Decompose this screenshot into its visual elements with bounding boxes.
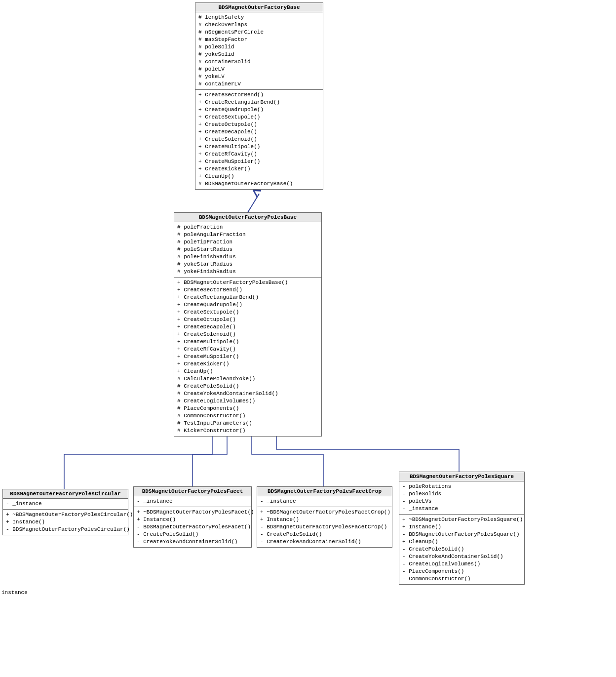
factory-base-box: BDSMagnetOuterFactoryBase # lengthSafety…: [195, 2, 323, 190]
diagram-container: BDSMagnetOuterFactoryBase # lengthSafety…: [0, 0, 616, 677]
square-fields: - poleRotations - poleSolids - poleLVs -…: [399, 481, 524, 515]
facet-crop-title: BDSMagnetOuterFactoryPolesFacetCrop: [257, 487, 392, 496]
svg-line-1: [248, 194, 259, 212]
facet-title: BDSMagnetOuterFactoryPolesFacet: [134, 487, 251, 496]
facet-crop-methods: + ~BDSMagnetOuterFactoryPolesFacetCrop()…: [257, 507, 392, 547]
poles-base-title: BDSMagnetOuterFactoryPolesBase: [174, 213, 321, 222]
poles-base-fields: # poleFraction # poleAngularFraction # p…: [174, 222, 321, 278]
factory-base-title: BDSMagnetOuterFactoryBase: [195, 3, 323, 12]
facet-box: BDSMagnetOuterFactoryPolesFacet - _insta…: [133, 486, 252, 548]
factory-base-fields: # lengthSafety # checkOverlaps # nSegmen…: [195, 12, 323, 90]
circular-box: BDSMagnetOuterFactoryPolesCircular - _in…: [2, 489, 128, 535]
instance-label: instance: [1, 590, 28, 596]
factory-base-methods: + CreateSectorBend() + CreateRectangular…: [195, 90, 323, 189]
circular-methods: + ~BDSMagnetOuterFactoryPolesCircular() …: [3, 510, 128, 535]
square-box: BDSMagnetOuterFactoryPolesSquare - poleR…: [399, 472, 525, 585]
poles-base-box: BDSMagnetOuterFactoryPolesBase # poleFra…: [174, 212, 322, 437]
svg-line-0: [248, 194, 259, 212]
square-methods: + ~BDSMagnetOuterFactoryPolesSquare() + …: [399, 515, 524, 584]
facet-crop-fields: - _instance: [257, 496, 392, 507]
facet-methods: + ~BDSMagnetOuterFactoryPolesFacet() + I…: [134, 507, 251, 547]
facet-fields: - _instance: [134, 496, 251, 507]
facet-crop-box: BDSMagnetOuterFactoryPolesFacetCrop - _i…: [257, 486, 392, 548]
circular-fields: - _instance: [3, 499, 128, 510]
poles-base-methods: + BDSMagnetOuterFactoryPolesBase() + Cre…: [174, 278, 321, 436]
circular-title: BDSMagnetOuterFactoryPolesCircular: [3, 489, 128, 499]
square-title: BDSMagnetOuterFactoryPolesSquare: [399, 472, 524, 481]
